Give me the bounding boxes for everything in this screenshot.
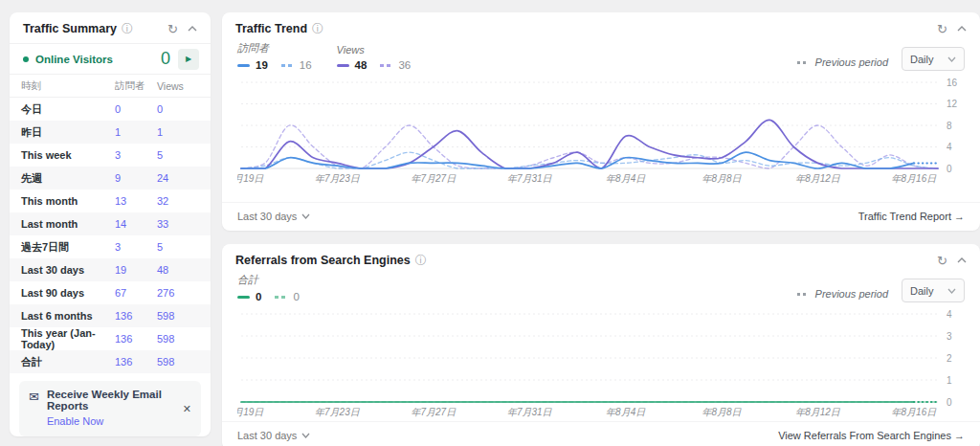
views-value-link[interactable]: 0 bbox=[157, 103, 199, 115]
row-label: Last 90 days bbox=[21, 287, 115, 299]
table-row: 今日00 bbox=[10, 98, 211, 121]
views-value-link[interactable]: 33 bbox=[157, 218, 199, 230]
row-label: 合計 bbox=[21, 355, 115, 369]
views-value-link[interactable]: 24 bbox=[157, 172, 199, 184]
table-row: 昨日11 bbox=[10, 121, 211, 144]
views-value-link[interactable]: 48 bbox=[157, 264, 199, 276]
row-label: Last 30 days bbox=[21, 264, 115, 276]
svg-text:年7月27日: 年7月27日 bbox=[411, 407, 457, 417]
table-row: Last 6 months136598 bbox=[10, 304, 211, 327]
visitors-value-link[interactable]: 9 bbox=[115, 172, 157, 184]
online-visitors-label: Online Visitors bbox=[35, 54, 113, 65]
visitors-previous-marker bbox=[281, 64, 294, 67]
date-range-select[interactable]: Last 30 days bbox=[237, 211, 310, 222]
views-value-link[interactable]: 1 bbox=[157, 126, 199, 138]
chevron-up-icon[interactable] bbox=[957, 257, 967, 263]
play-button[interactable]: ▶ bbox=[178, 49, 199, 70]
interval-dropdown[interactable]: Daily bbox=[902, 279, 965, 302]
views-value-link[interactable]: 5 bbox=[157, 149, 199, 161]
legend-group-views: Views bbox=[337, 44, 412, 56]
views-value-link[interactable]: 598 bbox=[157, 333, 199, 345]
visitors-value-link[interactable]: 3 bbox=[115, 241, 157, 253]
svg-text:1: 1 bbox=[947, 375, 952, 386]
row-label: 先週 bbox=[21, 171, 115, 186]
visitors-value-link[interactable]: 19 bbox=[115, 264, 157, 276]
svg-text:0: 0 bbox=[947, 164, 952, 174]
views-value-link[interactable]: 598 bbox=[157, 310, 199, 322]
svg-text:年8月8日: 年8月8日 bbox=[702, 173, 743, 184]
refresh-icon[interactable]: ↻ bbox=[937, 23, 947, 35]
svg-text:3: 3 bbox=[947, 331, 952, 342]
enable-now-link[interactable]: Enable Now bbox=[47, 415, 103, 427]
views-value-link[interactable]: 276 bbox=[157, 287, 199, 299]
visitors-value-link[interactable]: 136 bbox=[115, 356, 157, 368]
table-row: This week35 bbox=[10, 144, 211, 167]
total-current-marker bbox=[237, 296, 250, 299]
visitors-value-link[interactable]: 0 bbox=[115, 103, 157, 115]
visitors-current-marker bbox=[237, 64, 250, 67]
views-value-link[interactable]: 32 bbox=[157, 195, 199, 207]
refresh-icon[interactable]: ↻ bbox=[937, 255, 947, 267]
info-icon[interactable]: ⓘ bbox=[415, 255, 427, 266]
chevron-down-icon bbox=[301, 433, 310, 438]
previous-period-toggle[interactable]: Previous period bbox=[797, 56, 888, 68]
info-icon[interactable]: ⓘ bbox=[122, 23, 133, 34]
chevron-down-icon bbox=[947, 288, 956, 294]
interval-value: Daily bbox=[910, 285, 933, 297]
col-header-visitors: 訪問者 bbox=[115, 79, 157, 93]
legend-group-visitors: 訪問者 bbox=[237, 41, 312, 56]
svg-text:年7月19日: 年7月19日 bbox=[237, 173, 264, 184]
visitors-value-link[interactable]: 14 bbox=[115, 218, 157, 230]
svg-text:年7月23日: 年7月23日 bbox=[315, 173, 361, 184]
svg-text:年7月19日: 年7月19日 bbox=[237, 407, 264, 417]
email-reports-promo: ✉ Receive Weekly Email Reports Enable No… bbox=[19, 381, 201, 436]
referrals-report-link[interactable]: View Referrals From Search Engines → bbox=[778, 430, 965, 441]
svg-text:年8月12日: 年8月12日 bbox=[795, 407, 841, 417]
online-visitors-row: Online Visitors 0 ▶ bbox=[10, 43, 211, 75]
date-range-select[interactable]: Last 30 days bbox=[237, 430, 310, 441]
chevron-down-icon bbox=[301, 213, 310, 219]
table-row: This year (Jan-Today)136598 bbox=[10, 327, 211, 350]
panel-title: Traffic Summary bbox=[23, 22, 117, 35]
visitors-value-link[interactable]: 13 bbox=[115, 195, 157, 207]
email-promo-title: Receive Weekly Email Reports bbox=[47, 389, 183, 412]
row-label: 過去7日間 bbox=[21, 240, 115, 255]
row-label: Last 6 months bbox=[21, 310, 115, 322]
visitors-value-link[interactable]: 67 bbox=[115, 287, 157, 299]
chevron-up-icon[interactable] bbox=[957, 26, 967, 32]
info-icon[interactable]: ⓘ bbox=[312, 23, 323, 34]
traffic-trend-panel: Traffic Trend ⓘ ↻ 訪問者 19 16 Views bbox=[222, 12, 980, 231]
svg-text:年8月4日: 年8月4日 bbox=[606, 173, 646, 184]
referrals-legend: 合計 0 0 Previous period Daily bbox=[222, 273, 980, 302]
svg-text:年8月8日: 年8月8日 bbox=[702, 407, 743, 417]
views-current-marker bbox=[337, 64, 349, 67]
legend-group-total: 合計 bbox=[237, 273, 300, 287]
views-previous-total: 36 bbox=[398, 59, 411, 71]
svg-text:年7月23日: 年7月23日 bbox=[315, 407, 361, 417]
previous-period-label: Previous period bbox=[815, 56, 888, 68]
row-label: 今日 bbox=[21, 102, 115, 117]
traffic-trend-report-link[interactable]: Traffic Trend Report → bbox=[858, 211, 965, 222]
date-range-label: Last 30 days bbox=[237, 430, 297, 441]
visitors-value-link[interactable]: 136 bbox=[115, 310, 157, 322]
svg-text:12: 12 bbox=[947, 99, 958, 109]
previous-period-toggle[interactable]: Previous period bbox=[797, 288, 888, 300]
previous-period-label: Previous period bbox=[815, 288, 888, 300]
interval-dropdown[interactable]: Daily bbox=[902, 47, 965, 71]
date-range-label: Last 30 days bbox=[237, 211, 297, 222]
row-label: Last month bbox=[21, 218, 115, 230]
views-current-total: 48 bbox=[355, 59, 368, 71]
summary-table-header: 時刻 訪問者 Views bbox=[10, 75, 211, 98]
table-row: Last 30 days1948 bbox=[10, 258, 211, 281]
visitors-value-link[interactable]: 136 bbox=[115, 333, 157, 345]
close-icon[interactable]: ✕ bbox=[183, 403, 191, 415]
visitors-value-link[interactable]: 1 bbox=[115, 126, 157, 138]
envelope-icon: ✉ bbox=[29, 389, 39, 429]
panel-title: Traffic Trend bbox=[235, 22, 307, 35]
table-row: 先週924 bbox=[10, 167, 211, 190]
visitors-value-link[interactable]: 3 bbox=[115, 149, 157, 161]
chevron-up-icon[interactable] bbox=[188, 26, 197, 32]
views-value-link[interactable]: 5 bbox=[157, 241, 199, 253]
views-value-link[interactable]: 598 bbox=[157, 356, 199, 368]
refresh-icon[interactable]: ↻ bbox=[167, 23, 178, 35]
